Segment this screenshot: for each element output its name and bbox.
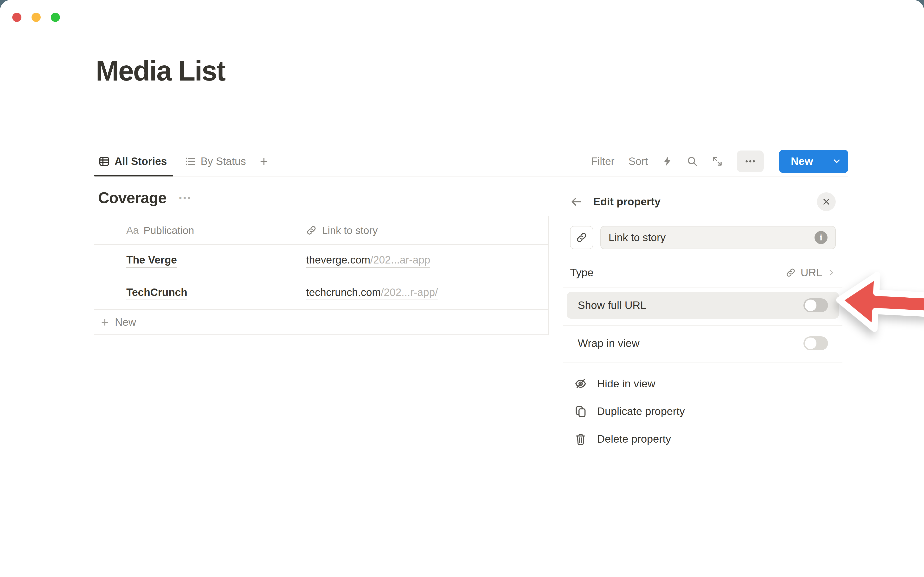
- edit-property-panel: Edit property i: [555, 176, 924, 577]
- chevron-right-icon: [827, 268, 836, 277]
- red-arrow-annotation: [834, 268, 924, 338]
- app-window: Media List All Stories: [0, 0, 924, 577]
- cell-link[interactable]: theverge.com/202...ar-app: [298, 254, 549, 268]
- close-icon: [822, 198, 830, 206]
- column-header-link[interactable]: Link to story: [298, 224, 549, 236]
- divider: [563, 363, 842, 363]
- panel-title: Edit property: [593, 195, 661, 208]
- expand-icon[interactable]: [712, 156, 723, 167]
- toggle-knob: [805, 300, 816, 311]
- window-controls: [12, 13, 60, 22]
- new-button-dropdown[interactable]: [825, 156, 848, 166]
- menu-item-delete-property[interactable]: Delete property: [570, 425, 836, 453]
- menu-item-label: Duplicate property: [597, 405, 685, 417]
- page-title: Media List: [96, 55, 225, 87]
- cell-publication[interactable]: The Verge: [94, 254, 298, 268]
- chevron-down-icon: [832, 156, 842, 166]
- menu-item-label: Hide in view: [597, 377, 656, 390]
- automation-bolt-icon[interactable]: [662, 156, 673, 167]
- page-link[interactable]: The Verge: [126, 254, 177, 268]
- group-more-button[interactable]: •••: [179, 193, 192, 203]
- sort-button[interactable]: Sort: [628, 155, 648, 167]
- eye-off-icon: [574, 377, 587, 390]
- minimize-window-button[interactable]: [32, 13, 41, 22]
- zoom-window-button[interactable]: [51, 13, 60, 22]
- table-header-row: Aa Publication Link to story: [94, 216, 549, 245]
- tab-all-stories[interactable]: All Stories: [94, 147, 173, 176]
- tab-by-status[interactable]: By Status: [185, 147, 246, 176]
- view-toolbar: All Stories By Status + Filter Sort: [94, 147, 848, 176]
- info-icon[interactable]: i: [814, 231, 827, 244]
- type-label: Type: [570, 266, 594, 279]
- menu-item-hide-in-view[interactable]: Hide in view: [570, 370, 836, 397]
- column-label: Publication: [144, 224, 194, 236]
- add-view-button[interactable]: +: [260, 154, 268, 168]
- wrap-in-view-label: Wrap in view: [578, 337, 640, 350]
- add-row-label: New: [115, 316, 136, 328]
- plus-icon: +: [101, 316, 109, 329]
- search-icon[interactable]: [687, 156, 698, 167]
- arrow-left-sticker: [834, 268, 924, 338]
- link-icon: [306, 225, 317, 235]
- trash-icon: [574, 433, 587, 445]
- wrap-in-view-row[interactable]: Wrap in view: [567, 330, 839, 357]
- database-table: Aa Publication Link to story The Verge: [94, 216, 549, 335]
- url-link[interactable]: techcrunch.com/202...r-app/: [306, 286, 438, 300]
- property-type-icon-button[interactable]: [570, 226, 593, 249]
- new-button-label[interactable]: New: [779, 155, 825, 168]
- close-window-button[interactable]: [12, 13, 21, 22]
- menu-item-label: Delete property: [597, 433, 671, 445]
- property-name-field[interactable]: i: [600, 226, 836, 249]
- divider: [563, 325, 842, 326]
- show-full-url-row[interactable]: Show full URL: [567, 292, 839, 319]
- duplicate-icon: [574, 405, 587, 417]
- tab-label: By Status: [201, 155, 246, 167]
- menu-item-duplicate-property[interactable]: Duplicate property: [570, 397, 836, 425]
- page-link[interactable]: TechCrunch: [126, 286, 187, 300]
- column-divider: [298, 216, 298, 309]
- arrow-left-icon: [570, 195, 583, 208]
- divider: [563, 287, 842, 288]
- text-property-icon: Aa: [126, 224, 139, 236]
- add-row-button[interactable]: + New: [94, 309, 549, 335]
- show-full-url-label: Show full URL: [578, 299, 646, 311]
- table-row[interactable]: TechCrunch techcrunch.com/202...r-app/: [94, 277, 549, 309]
- table-row[interactable]: The Verge theverge.com/202...ar-app: [94, 245, 549, 277]
- url-link[interactable]: theverge.com/202...ar-app: [306, 254, 430, 268]
- close-panel-button[interactable]: [817, 192, 836, 211]
- type-row[interactable]: Type URL: [570, 263, 836, 283]
- column-label: Link to story: [322, 224, 378, 236]
- link-icon: [576, 232, 587, 243]
- column-header-publication[interactable]: Aa Publication: [94, 224, 298, 236]
- table-view-icon: [99, 156, 110, 167]
- back-button[interactable]: [570, 195, 583, 208]
- cell-publication[interactable]: TechCrunch: [94, 286, 298, 300]
- tab-label: All Stories: [115, 155, 167, 167]
- group-title: Coverage: [98, 189, 166, 207]
- property-name-input[interactable]: [609, 232, 814, 243]
- link-icon: [786, 268, 796, 278]
- filter-button[interactable]: Filter: [591, 155, 615, 167]
- more-options-button[interactable]: [737, 150, 764, 172]
- type-value: URL: [801, 266, 822, 279]
- ellipsis-icon: [744, 155, 756, 168]
- cell-link[interactable]: techcrunch.com/202...r-app/: [298, 286, 549, 300]
- new-button[interactable]: New: [779, 150, 848, 173]
- list-view-icon: [185, 156, 196, 167]
- table-view: Coverage ••• Aa Publication: [94, 176, 549, 335]
- table-right-edge: [548, 216, 549, 335]
- wrap-in-view-toggle[interactable]: [803, 336, 828, 350]
- toggle-knob: [805, 338, 816, 349]
- show-full-url-toggle[interactable]: [803, 298, 828, 312]
